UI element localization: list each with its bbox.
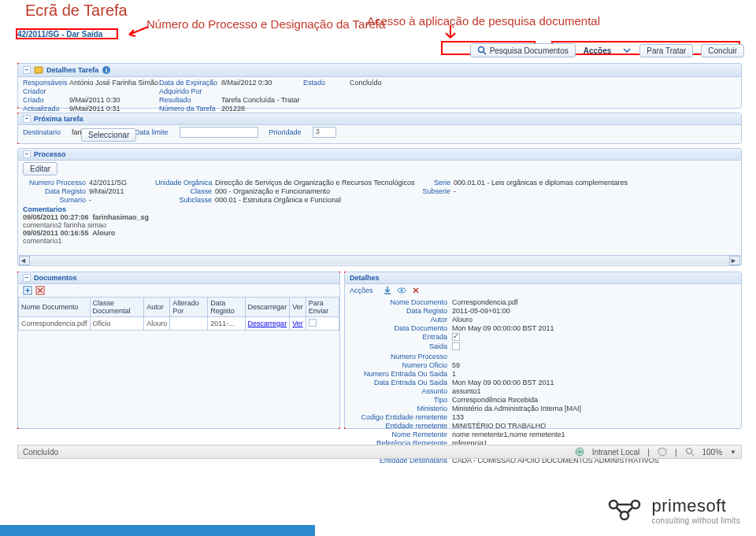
val-data-registo: 2011-05-09+01:00 (452, 307, 736, 315)
lbl-num-proc: Numero Processo (350, 353, 452, 360)
lbl-datalimite: Data limite (135, 128, 169, 136)
primesoft-logo: primesoft consulting without limits (607, 496, 740, 525)
table-row[interactable]: Correspondencia.pdf Oficio Alouro 2011-.… (19, 317, 339, 331)
para-enviar-checkbox[interactable] (309, 319, 317, 327)
delete-icon[interactable] (35, 286, 45, 295)
lbl-sumario: Sumario (23, 196, 86, 204)
scroll-left-button[interactable]: ◄ (19, 256, 30, 265)
val-classe: 000 - Organização e Funcionamento (215, 187, 412, 195)
lbl-destinatario: Destinatario (23, 128, 61, 136)
comment-0-ts: 09/05/2011 00:27:06 (23, 213, 89, 221)
panel-title: Detalhes Tarefa (46, 66, 98, 74)
col-para-enviar[interactable]: Para Enviar (306, 298, 339, 317)
val-ministerio: Ministério da Administração Interna [MAI… (452, 405, 736, 412)
collapse-toggle[interactable]: − (23, 115, 31, 123)
lbl-autor: Autor (350, 316, 452, 323)
collapse-toggle[interactable]: − (23, 274, 31, 282)
cell-alterado (170, 317, 208, 331)
panel-title: Próxima tarefa (34, 115, 83, 123)
val-resultado: Tarefa Concluída - Tratar (221, 96, 300, 104)
cell-classe: Oficio (90, 317, 144, 331)
datalimite-input[interactable] (180, 127, 258, 138)
val-adquirido (221, 87, 300, 95)
lbl-criador: Criador (23, 87, 66, 95)
collapse-toggle[interactable]: − (23, 150, 31, 158)
col-classe[interactable]: Classe Documental (90, 298, 144, 317)
editar-button[interactable]: Editar (23, 162, 57, 176)
col-autor[interactable]: Autor (144, 298, 170, 317)
lbl-ent-rem: Entidade remetente (350, 422, 452, 430)
panel-detalhes-tarefa: − Detalhes Tarefa i Responsáveis António… (17, 63, 742, 109)
lbl-nome-rem: Nome Remetente (350, 431, 452, 438)
col-data[interactable]: Data Registo (208, 298, 245, 317)
val-actualizado: 9/Mai/2011 0:31 (69, 105, 156, 113)
horizontal-scrollbar[interactable]: ◄ ► (19, 255, 740, 264)
val-criado: 9/Mai/2011 0:30 (69, 96, 156, 104)
val-num-of: 59 (452, 361, 736, 369)
add-icon[interactable] (23, 286, 32, 295)
annotation-numero: Número do Processo e Designação da Taref… (146, 17, 385, 31)
comment-0-text: comentario2 farinha simao (23, 221, 106, 229)
val-data-registo: 9/Mai/2011 (89, 187, 152, 195)
svg-point-10 (686, 449, 691, 454)
cell-autor: Alouro (144, 317, 170, 331)
svg-point-8 (400, 290, 402, 292)
saida-checkbox[interactable] (452, 342, 460, 350)
val-assunto: assunto1 (452, 387, 736, 395)
val-cod-ent-rem: 133 (452, 413, 736, 421)
svg-point-0 (478, 47, 484, 53)
lbl-data-exp: Data de Expiração (159, 79, 218, 87)
prioridade-input[interactable]: 3 (313, 127, 336, 138)
lbl-subclasse: Subclasse (155, 196, 212, 204)
val-autor: Alouro (452, 316, 736, 323)
scroll-right-button[interactable]: ► (729, 256, 740, 265)
panel-processo: − Processo Editar Numero Processo 42/201… (17, 148, 742, 266)
comment-1-text: comentario1 (23, 237, 62, 245)
lbl-actualizado: Actualizado (23, 105, 66, 113)
descarregar-link[interactable]: Descarregar (248, 320, 287, 327)
panel-detalhes-documento: Detalhes Acções Nome Documento Correspon… (344, 272, 742, 429)
val-criador (69, 87, 156, 95)
val-tipo: Correspondência Recebida (452, 396, 736, 404)
lbl-data-es: Data Entrada Ou Saida (350, 379, 452, 386)
entrada-checkbox[interactable] (452, 333, 460, 341)
view-icon[interactable] (397, 286, 406, 295)
cell-data: 2011-... (208, 317, 245, 331)
lbl-resultado: Resultado (159, 96, 218, 104)
lbl-entrada: Entrada (350, 333, 452, 342)
para-tratar-button[interactable]: Para Tratar (639, 44, 693, 57)
lbl-responsaveis: Responsáveis (23, 79, 66, 87)
comment-1-ts: 09/05/2011 00:16:55 (23, 229, 89, 237)
footer-bar (0, 525, 315, 536)
lbl-ministerio: Ministerio (350, 405, 452, 412)
annotation-acesso: Acesso à aplicação de pesquisa documenta… (367, 14, 600, 28)
shield-icon (658, 447, 667, 457)
col-nome[interactable]: Nome Documento (19, 298, 91, 317)
collapse-toggle[interactable]: − (23, 66, 31, 74)
panel-title: Processo (34, 150, 66, 158)
val-data-doc: Mon May 09 00:00:00 BST 2011 (452, 324, 736, 332)
col-alterado[interactable]: Alterado Por (170, 298, 208, 317)
seleccionar-button[interactable]: Seleccionar (81, 128, 136, 142)
pesquisa-label: Pesquisa Documentos (490, 46, 569, 55)
zoom-icon (685, 447, 695, 457)
download-icon[interactable] (383, 286, 392, 295)
col-ver[interactable]: Ver (290, 298, 306, 317)
task-icon (34, 65, 43, 75)
lbl-saida: Saida (350, 342, 452, 352)
lbl-tipo: Tipo (350, 396, 452, 404)
lbl-serie: Serie (415, 179, 450, 187)
delete-icon[interactable] (411, 286, 421, 295)
ver-link[interactable]: Ver (292, 320, 303, 327)
pesquisa-documentos-button[interactable]: Pesquisa Documentos (470, 43, 576, 57)
comment-row: 09/05/2011 00:16:55 Alouro comentario1 (23, 229, 736, 245)
val-num-es: 1 (452, 370, 736, 378)
lbl-data-registo: Data Registo (350, 307, 452, 315)
svg-line-1 (484, 52, 486, 54)
concluir-button[interactable]: Concluir (701, 44, 744, 57)
comment-row: 09/05/2011 00:27:06 farinhasimao_sg come… (23, 213, 736, 229)
info-icon[interactable]: i (102, 65, 111, 75)
col-descarregar[interactable]: Descarregar (245, 298, 290, 317)
comentarios-heading: Comentarios (23, 205, 736, 213)
search-icon (477, 46, 487, 55)
